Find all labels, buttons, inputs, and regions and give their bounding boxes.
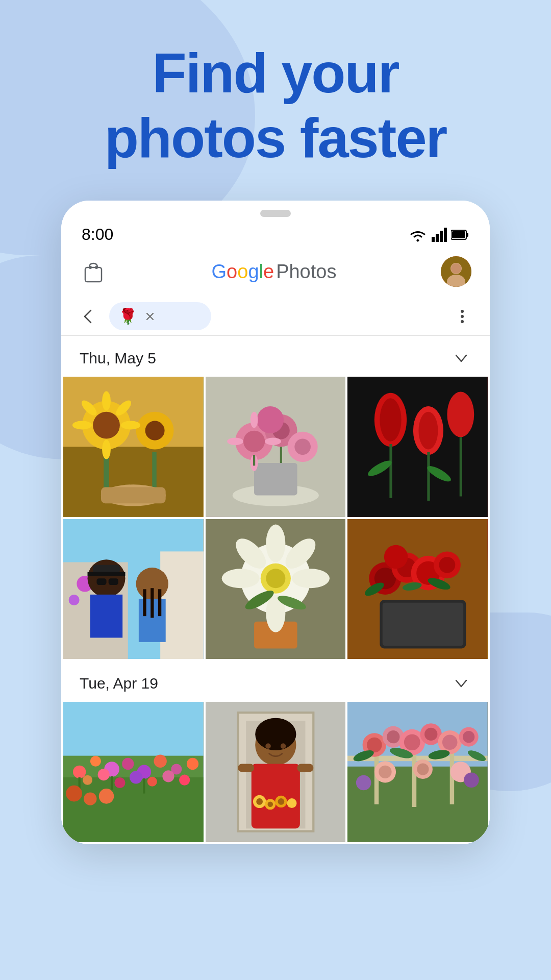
svg-point-16 — [461, 320, 464, 323]
svg-rect-32 — [101, 487, 166, 504]
svg-point-8 — [89, 266, 92, 269]
svg-point-42 — [257, 406, 284, 433]
date-header-2: Tue, Apr 19 — [61, 661, 490, 702]
svg-point-149 — [281, 744, 286, 749]
svg-rect-3 — [444, 228, 447, 242]
svg-point-41 — [294, 438, 311, 455]
svg-point-13 — [451, 263, 461, 274]
back-button[interactable] — [77, 304, 101, 329]
svg-rect-35 — [254, 463, 297, 495]
svg-point-37 — [243, 431, 265, 452]
svg-rect-110 — [63, 777, 204, 842]
svg-point-159 — [387, 730, 399, 743]
app-bar-logo: Google Photos — [212, 261, 337, 283]
wifi-icon — [408, 228, 428, 242]
svg-point-116 — [154, 755, 166, 768]
bag-icon[interactable] — [80, 258, 107, 285]
svg-point-130 — [84, 793, 96, 805]
svg-rect-74 — [143, 589, 146, 616]
svg-point-84 — [292, 569, 330, 588]
collapse-section-2-button[interactable] — [451, 673, 471, 694]
svg-rect-93 — [383, 602, 463, 646]
svg-rect-5 — [466, 233, 468, 237]
search-chip[interactable]: 🌹 — [109, 302, 211, 330]
user-avatar[interactable] — [441, 256, 471, 287]
svg-point-145 — [256, 798, 263, 805]
svg-point-26 — [102, 440, 111, 459]
svg-point-157 — [367, 738, 382, 753]
headline-text: Find your photos faster — [105, 41, 447, 170]
svg-point-54 — [447, 392, 474, 437]
photo-cell[interactable] — [347, 377, 488, 517]
svg-rect-76 — [158, 589, 161, 616]
svg-point-118 — [187, 758, 198, 770]
phone-notch-area — [61, 201, 490, 221]
photo-cell[interactable] — [206, 702, 346, 842]
svg-point-163 — [424, 728, 437, 741]
svg-rect-6 — [452, 231, 465, 238]
more-options-button[interactable] — [450, 304, 474, 329]
svg-point-27 — [72, 421, 92, 430]
phone-frame: 8:00 — [61, 201, 490, 844]
headline: Find your photos faster — [74, 41, 478, 170]
svg-point-146 — [267, 802, 273, 807]
photo-cell[interactable] — [63, 377, 204, 517]
date-section-2: Tue, Apr 19 — [61, 661, 490, 844]
photo-cell[interactable] — [206, 377, 346, 517]
svg-point-137 — [255, 718, 296, 750]
svg-rect-55 — [390, 444, 392, 498]
svg-rect-24 — [152, 452, 156, 490]
photo-cell[interactable] — [347, 702, 488, 842]
svg-rect-71 — [109, 578, 118, 585]
svg-point-83 — [221, 569, 259, 588]
svg-rect-67 — [90, 595, 122, 638]
photo-grid-2 — [61, 702, 490, 844]
photo-cell[interactable] — [347, 519, 488, 659]
svg-point-22 — [145, 421, 165, 440]
svg-point-167 — [463, 731, 474, 743]
svg-point-46 — [265, 437, 281, 445]
svg-rect-7 — [85, 267, 102, 282]
photo-cell[interactable] — [63, 519, 204, 659]
svg-point-174 — [464, 773, 480, 788]
svg-rect-139 — [238, 764, 254, 772]
svg-point-122 — [130, 771, 142, 784]
svg-point-131 — [99, 789, 114, 804]
svg-point-15 — [461, 315, 464, 318]
svg-point-161 — [404, 734, 420, 751]
svg-point-123 — [147, 777, 157, 787]
status-icons — [408, 228, 469, 242]
svg-rect-2 — [440, 231, 443, 242]
chip-close-button[interactable] — [142, 309, 158, 324]
svg-point-169 — [379, 766, 392, 778]
svg-rect-61 — [160, 551, 204, 659]
svg-point-119 — [83, 775, 92, 785]
google-logo-text: Google — [212, 261, 274, 283]
collapse-section-1-button[interactable] — [451, 348, 471, 369]
svg-point-111 — [73, 766, 86, 778]
svg-point-51 — [380, 398, 402, 442]
svg-point-125 — [179, 775, 190, 786]
date-label-1: Thu, May 5 — [80, 350, 156, 367]
photo-cell[interactable] — [63, 702, 204, 842]
svg-rect-109 — [63, 702, 204, 756]
svg-point-88 — [266, 569, 285, 588]
svg-point-129 — [66, 786, 82, 802]
battery-icon — [451, 229, 469, 240]
svg-rect-47 — [253, 455, 255, 465]
svg-rect-18 — [63, 447, 204, 517]
svg-rect-0 — [432, 237, 435, 242]
photo-cell[interactable] — [206, 519, 346, 659]
svg-point-9 — [95, 266, 98, 269]
date-section-1: Thu, May 5 — [61, 336, 490, 661]
status-bar: 8:00 — [61, 221, 490, 248]
svg-point-147 — [278, 798, 284, 805]
svg-rect-69 — [88, 572, 126, 576]
svg-point-120 — [98, 769, 110, 780]
svg-point-28 — [121, 421, 140, 430]
svg-point-165 — [442, 735, 458, 750]
svg-point-25 — [102, 391, 111, 411]
svg-point-114 — [122, 758, 134, 770]
chip-emoji: 🌹 — [118, 307, 137, 325]
svg-point-43 — [250, 412, 258, 428]
